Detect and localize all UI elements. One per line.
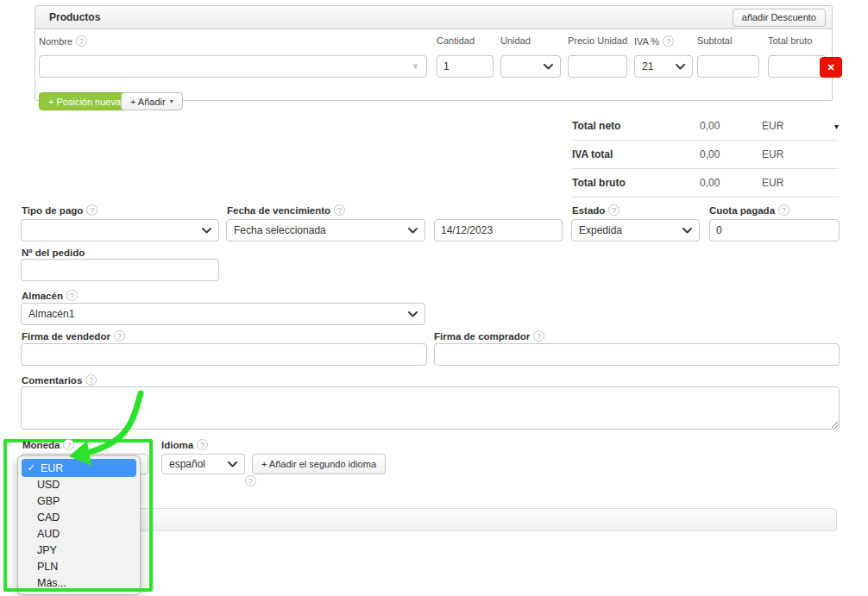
- cantidad-label: Cantidad: [437, 35, 475, 46]
- currency-option-eur[interactable]: EUR: [22, 459, 136, 477]
- currency-option-jpy[interactable]: JPY: [18, 543, 140, 559]
- moneda-label-group: Moneda: [22, 439, 74, 450]
- cantidad-input[interactable]: [437, 55, 494, 78]
- total-neto-label: Total neto: [572, 120, 700, 132]
- help-icon[interactable]: [334, 204, 345, 216]
- nombre-label-group: Nombre: [39, 35, 87, 47]
- iva-total-currency: EUR: [762, 148, 783, 160]
- numero-pedido-label: Nº del pedido: [22, 248, 85, 258]
- tipo-de-pago-select[interactable]: [21, 219, 219, 242]
- help-icon[interactable]: [86, 204, 97, 216]
- add-button[interactable]: + Añadir ▾: [121, 92, 183, 110]
- firma-vendedor-label: Firma de vendedor: [22, 331, 110, 342]
- total-bruto-row-currency: EUR: [762, 177, 783, 189]
- help-icon[interactable]: [533, 330, 544, 342]
- total-bruto-label: Total bruto: [768, 35, 812, 46]
- precio-unidad-label: Precio Unidad: [568, 35, 627, 46]
- estado-value: Expedida: [579, 224, 622, 236]
- cuota-pagada-input[interactable]: [709, 219, 840, 242]
- idioma-label: Idioma: [161, 440, 193, 450]
- help-icon[interactable]: [608, 204, 620, 216]
- almacen-label: Almacén: [22, 291, 63, 301]
- chevron-down-icon: [228, 461, 237, 467]
- cuota-pagada-label: Cuota pagada: [709, 205, 775, 216]
- idioma-select[interactable]: español: [161, 454, 245, 474]
- almacen-select[interactable]: Almacén1: [21, 303, 425, 325]
- estado-label: Estado: [572, 205, 605, 216]
- currency-option-label: EUR: [41, 462, 63, 474]
- chevron-down-icon: [408, 311, 418, 317]
- iva-total-row: IVA total 0,00 EUR: [572, 141, 839, 169]
- dropdown-triangle-icon: ▼: [412, 62, 419, 71]
- products-panel-title: Productos: [49, 11, 100, 23]
- chevron-down-icon: [408, 228, 418, 234]
- currency-option-aud[interactable]: AUD: [18, 526, 140, 543]
- help-icon[interactable]: [63, 439, 74, 450]
- nombre-label: Nombre: [39, 36, 72, 47]
- currency-option-usd[interactable]: USD: [18, 477, 140, 493]
- currency-option-cad[interactable]: CAD: [18, 510, 140, 526]
- comentarios-label: Comentarios: [22, 375, 82, 386]
- currency-caret-icon[interactable]: [834, 122, 839, 131]
- numero-pedido-input[interactable]: [21, 259, 219, 281]
- currency-option-mas[interactable]: Más...: [18, 575, 140, 592]
- currency-option-gbp[interactable]: GBP: [18, 493, 140, 510]
- help-icon[interactable]: [76, 35, 87, 47]
- total-bruto-row: Total bruto 0,00 EUR: [572, 169, 839, 198]
- unidad-select[interactable]: [500, 55, 561, 78]
- total-neto-value: 0,00: [700, 120, 762, 132]
- add-button-label: + Añadir: [130, 97, 166, 107]
- subtotal-label: Subtotal: [697, 35, 732, 46]
- chevron-down-icon: [676, 64, 685, 70]
- comentarios-label-group: Comentarios: [22, 374, 97, 386]
- total-neto-row: Total neto 0,00 EUR: [572, 112, 839, 141]
- iva-label-group: IVA %: [634, 35, 674, 47]
- tipo-de-pago-label: Tipo de pago: [22, 205, 83, 216]
- fecha-vencimiento-label-group: Fecha de vencimiento: [227, 204, 345, 216]
- idioma-label-group: Idioma: [161, 439, 208, 450]
- iva-total-label: IVA total: [572, 148, 700, 160]
- fecha-vencimiento-select[interactable]: Fecha seleccionada: [226, 219, 425, 242]
- firma-vendedor-input[interactable]: [21, 343, 427, 366]
- subtotal-input[interactable]: [697, 55, 759, 78]
- total-neto-currency: EUR: [762, 120, 783, 132]
- help-icon[interactable]: [114, 330, 125, 342]
- estado-select[interactable]: Expedida: [571, 219, 700, 242]
- firma-comprador-input[interactable]: [434, 343, 840, 366]
- total-bruto-row-label: Total bruto: [572, 177, 700, 189]
- estado-label-group: Estado: [572, 204, 620, 216]
- almacen-value: Almacén1: [28, 308, 74, 320]
- fecha-vencimiento-label: Fecha de vencimiento: [227, 205, 330, 216]
- precio-unidad-input[interactable]: [568, 55, 627, 78]
- caret-down-icon: ▾: [170, 97, 173, 105]
- tipo-de-pago-label-group: Tipo de pago: [22, 204, 97, 216]
- help-icon[interactable]: [197, 439, 208, 450]
- firma-vendedor-label-group: Firma de vendedor: [22, 330, 125, 342]
- help-icon[interactable]: [66, 290, 78, 301]
- check-icon: [22, 462, 41, 474]
- fecha-vencimiento-date-input[interactable]: [434, 219, 563, 242]
- almacen-label-group: Almacén: [22, 290, 78, 301]
- fecha-vencimiento-value: Fecha seleccionada: [234, 224, 326, 236]
- total-bruto-input[interactable]: [768, 55, 827, 78]
- nombre-combobox[interactable]: ▼: [39, 55, 427, 78]
- moneda-label: Moneda: [22, 440, 60, 450]
- collapsed-section-bar[interactable]: [21, 508, 837, 531]
- currency-option-pln[interactable]: PLN: [18, 559, 140, 575]
- new-position-button[interactable]: + Posición nueva: [39, 92, 130, 110]
- products-panel: Productos añadir Descuento: [35, 5, 833, 101]
- help-icon[interactable]: [778, 204, 789, 216]
- iva-select[interactable]: 21: [634, 55, 693, 78]
- firma-comprador-label-group: Firma de comprador: [434, 330, 544, 342]
- cuota-pagada-label-group: Cuota pagada: [709, 204, 789, 216]
- add-second-language-button[interactable]: + Añadir el segundo idioma: [252, 454, 386, 474]
- help-icon[interactable]: [245, 475, 256, 486]
- iva-total-value: 0,00: [700, 148, 762, 160]
- chevron-down-icon: [202, 228, 211, 234]
- delete-row-button[interactable]: [820, 57, 842, 78]
- add-discount-button[interactable]: añadir Descuento: [733, 9, 826, 27]
- total-bruto-row-value: 0,00: [700, 177, 762, 189]
- help-icon[interactable]: [663, 35, 674, 47]
- comentarios-textarea[interactable]: [21, 386, 840, 430]
- help-icon[interactable]: [85, 374, 97, 386]
